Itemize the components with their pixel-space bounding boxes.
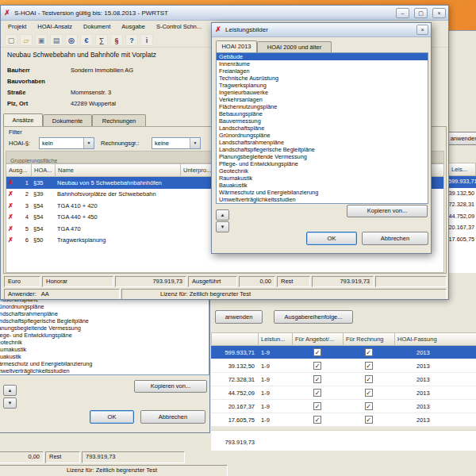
kopieren-von-button[interactable]: Kopieren von... — [347, 205, 428, 217]
chevron-down-icon[interactable]: ▼ — [83, 138, 94, 148]
checkbox-offer[interactable]: ✓ — [313, 402, 321, 410]
list-item[interactable]: Landschaftspläne — [217, 125, 428, 132]
table-row[interactable]: 20.167,37 1-9 ✓ ✓ 2013 — [211, 400, 476, 413]
list-item[interactable]: Innenräume — [217, 60, 428, 67]
list-item[interactable]: Bauvermessung — [217, 117, 428, 125]
copy-icon[interactable]: ▣ — [35, 34, 48, 46]
menu-hoai-ansatz[interactable]: HOAI-Ansatz — [32, 21, 78, 33]
list-item[interactable]: Ingenieurbauwerke — [217, 89, 428, 96]
cancel-button[interactable]: Abbrechen — [140, 410, 205, 424]
list-item[interactable]: Landschaftsrahmenpläne — [217, 139, 428, 146]
checkbox-offer[interactable]: ✓ — [313, 348, 321, 356]
list-item[interactable]: Tragwerksplanung — [217, 82, 428, 89]
column-leistungsphasen[interactable]: Leistun... — [259, 333, 293, 345]
menu-projekt[interactable]: Projekt — [2, 21, 32, 33]
column-name[interactable]: Name — [56, 164, 181, 176]
delete-row-icon[interactable]: ✗ — [6, 236, 16, 244]
list-item[interactable]: Freianlagen — [217, 67, 428, 75]
delete-row-icon[interactable]: ✗ — [6, 202, 16, 209]
ausgabereihenfolge-button[interactable]: Ausgabereihenfolge... — [274, 310, 353, 324]
checkbox-invoice[interactable]: ✓ — [365, 362, 373, 370]
checkbox-invoice[interactable]: ✓ — [365, 389, 373, 397]
list-item[interactable]: Geotechnik — [0, 339, 209, 346]
checkbox-invoice[interactable]: ✓ — [365, 402, 373, 410]
delete-row-icon[interactable]: ✗ — [6, 225, 16, 232]
checkbox-invoice[interactable]: ✓ — [365, 375, 373, 383]
list-item[interactable]: Landschaftsrahmenpläne — [0, 310, 209, 317]
list-item[interactable]: Landschaftspflegerische Begleitpläne — [217, 146, 428, 153]
list-item[interactable]: Flächennutzungspläne — [217, 103, 428, 110]
menu-dokument[interactable]: Dokument — [78, 21, 116, 33]
anwenden-button[interactable]: anwenden — [215, 310, 263, 324]
paragraph-icon[interactable]: § — [110, 34, 123, 46]
table-row[interactable]: 39.132,50 1-9 ✓ ✓ 2013 — [211, 359, 476, 373]
new-document-icon[interactable]: ▢ — [5, 34, 17, 46]
menu-ausgabe[interactable]: Ausgabe — [116, 21, 151, 33]
list-item[interactable]: Bauakustik — [0, 353, 209, 360]
list-item[interactable]: Umweltverträglichkeitsstudien — [217, 196, 428, 203]
grid-column-header[interactable]: Leis... — [448, 163, 476, 176]
euro-icon[interactable]: € — [80, 34, 93, 46]
list-item[interactable]: Gebäude — [217, 53, 428, 60]
tab-ansaetze[interactable]: Ansätze — [3, 113, 43, 126]
anwenden-button[interactable]: anwenden — [446, 132, 476, 145]
rechnungsgruppe-select[interactable]: keine ▼ — [152, 137, 201, 149]
checkbox-offer[interactable]: ✓ — [313, 375, 321, 383]
delete-row-icon[interactable]: ✗ — [6, 190, 16, 198]
list-item[interactable]: Planungsbegleitende Vermessung — [217, 153, 428, 160]
list-item[interactable]: Wärmeschutz und Energiebilanzierung — [217, 189, 428, 196]
help-icon[interactable]: ? — [125, 34, 138, 46]
checkbox-offer[interactable]: ✓ — [313, 389, 321, 397]
cancel-button[interactable]: Abbrechen — [362, 232, 428, 245]
ok-button[interactable]: OK — [306, 232, 357, 245]
checkbox-invoice[interactable]: ✓ — [365, 416, 373, 424]
move-down-button[interactable]: ▼ — [216, 221, 229, 232]
list-item[interactable]: Pflege- und Entwicklungspläne — [217, 160, 428, 167]
table-row[interactable]: 44.752,09 1-9 ✓ ✓ 2013 — [211, 386, 476, 400]
list-item[interactable]: Bebauungspläne — [217, 110, 428, 117]
table-row[interactable]: 72.328,31 1-9 ✓ ✓ 2013 — [211, 373, 476, 386]
maximize-button[interactable]: ▢ — [414, 8, 428, 18]
open-folder-icon[interactable]: ▱ — [20, 34, 33, 46]
close-icon[interactable]: × — [416, 25, 428, 35]
move-up-button[interactable]: ▲ — [216, 209, 229, 221]
list-item[interactable]: Verkehrsanlagen — [217, 96, 428, 103]
column-hoai-fassung[interactable]: HOAI-Fassung — [395, 333, 476, 345]
list-item[interactable]: Landschaftspflegerische Begleitpläne — [0, 317, 209, 324]
ok-button[interactable]: OK — [90, 410, 134, 424]
tab-hoai-2013[interactable]: HOAI 2013 — [216, 40, 257, 52]
checkbox-offer[interactable]: ✓ — [313, 362, 321, 370]
column-fuer-rechnung[interactable]: Für Rechnung — [344, 333, 395, 345]
delete-row-icon[interactable]: ✗ — [6, 213, 16, 221]
list-item[interactable]: Geotechnik — [217, 167, 428, 175]
list-item[interactable]: Planungsbegleitende Vermessung — [0, 324, 209, 332]
info-icon[interactable]: i — [140, 34, 153, 46]
move-up-button[interactable]: ▲ — [3, 385, 17, 396]
sum-icon[interactable]: ∑ — [95, 34, 108, 46]
column-fuer-angebot[interactable]: Für Angebot/... — [293, 333, 344, 345]
list-item[interactable]: Bauakustik — [217, 182, 428, 189]
move-down-button[interactable]: ▼ — [3, 397, 17, 409]
list-item[interactable]: Pflege- und Entwicklungspläne — [0, 332, 209, 339]
table-row[interactable]: 17.605,75 1-9 ✓ ✓ 2013 — [211, 413, 476, 427]
tab-rechnungen[interactable]: Rechnungen — [92, 114, 146, 127]
list-item[interactable]: Umweltverträglichkeitsstudien — [0, 367, 209, 374]
checkbox-offer[interactable]: ✓ — [313, 416, 321, 424]
table-row[interactable]: 599.933,71 1-9 ✓ ✓ 2013 — [211, 346, 476, 359]
column-amount[interactable] — [212, 333, 259, 345]
tab-hoai-2009[interactable]: HOAI 2009 und älter — [257, 41, 332, 52]
list-item[interactable]: Raumakustik — [217, 175, 428, 182]
tab-dokumente[interactable]: Dokumente — [43, 114, 92, 127]
kopieren-von-button[interactable]: Kopieren von... — [134, 380, 207, 393]
preview-icon[interactable]: ◎ — [65, 34, 78, 46]
list-item[interactable]: Wärmeschutz und Energiebilanzierung — [0, 360, 209, 367]
minimize-button[interactable]: – — [396, 8, 409, 18]
close-button[interactable]: × — [432, 8, 446, 18]
list-item[interactable]: Raumakustik — [0, 346, 209, 353]
column-hoai[interactable]: HOA... — [32, 164, 56, 176]
list-item[interactable]: Grünordnungspläne — [217, 132, 428, 139]
column-ausgabe[interactable]: Ausg... — [6, 164, 32, 176]
delete-row-icon[interactable]: ✗ — [6, 179, 16, 186]
list-item[interactable]: Technische Ausrüstung — [217, 75, 428, 82]
hoai-paragraph-select[interactable]: kein ▼ — [39, 137, 94, 149]
